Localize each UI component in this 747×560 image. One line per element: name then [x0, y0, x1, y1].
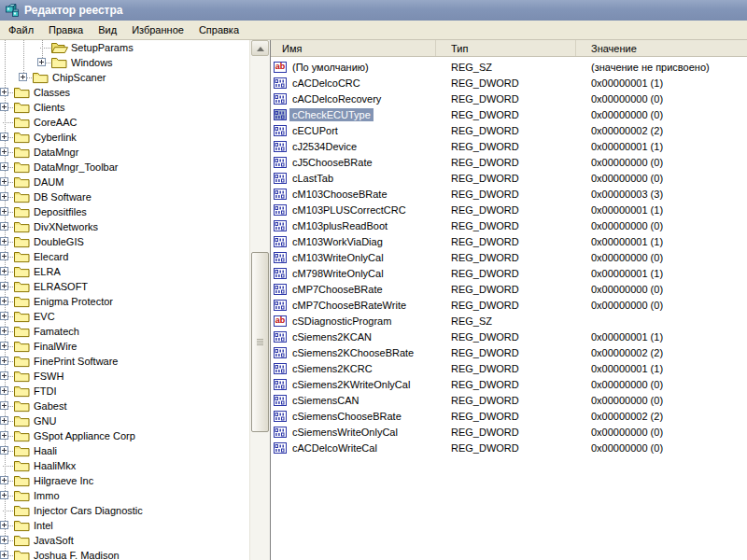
tree-item[interactable]: Immo [0, 488, 249, 503]
tree-item[interactable]: DAUM [0, 175, 249, 189]
list-row[interactable]: cSiemensCAN REG_DWORD 0x00000000 (0) [271, 392, 747, 408]
scrollbar-thumb[interactable] [251, 252, 269, 432]
tree-item[interactable]: Elecard [0, 249, 249, 264]
column-header-value[interactable]: Значение [576, 40, 747, 56]
expander-plus-icon[interactable] [0, 297, 8, 305]
expander-plus-icon[interactable] [0, 551, 8, 559]
menu-help[interactable]: Справка [191, 21, 247, 39]
list-row[interactable]: cM103plusReadBoot REG_DWORD 0x00000000 (… [271, 217, 747, 233]
expander-plus-icon[interactable] [0, 401, 8, 410]
list-row[interactable]: cSiemensChooseBRate REG_DWORD 0x00000002… [271, 408, 747, 424]
tree-item[interactable]: Injector Cars Diagnostic [0, 503, 249, 518]
list-row[interactable]: cSiemens2KCAN REG_DWORD 0x00000001 (1) [271, 329, 747, 344]
list-row[interactable]: cSiemensWriteOnlyCal REG_DWORD 0x0000000… [271, 424, 747, 440]
tree-item[interactable]: DoubleGIS [0, 234, 249, 249]
list-row[interactable]: cECUPort REG_DWORD 0x00000002 (2) [271, 122, 747, 138]
expander-plus-icon[interactable] [0, 162, 8, 171]
menu-view[interactable]: Вид [91, 21, 124, 39]
list-row[interactable]: cMP7ChooseBRate REG_DWORD 0x00000000 (0) [271, 281, 747, 297]
tree-item[interactable]: Famatech [0, 324, 249, 339]
tree-item[interactable]: Windows [0, 55, 249, 70]
tree-item[interactable]: FinalWire [0, 339, 249, 354]
tree-item[interactable]: Classes [0, 85, 249, 100]
column-header-name[interactable]: Имя [271, 40, 436, 56]
tree-item[interactable]: FSWH [0, 369, 249, 384]
tree-item[interactable]: Gabest [0, 399, 249, 413]
expander-plus-icon[interactable] [0, 282, 8, 290]
tree-item[interactable]: JavaSoft [0, 533, 249, 548]
column-header-type[interactable]: Тип [436, 40, 576, 56]
tree-item[interactable]: ELRASOFT [0, 279, 249, 294]
list-row[interactable]: ab (По умолчанию) REG_SZ (значение не пр… [271, 59, 747, 75]
tree-item[interactable]: DataMngr [0, 145, 249, 160]
tree-item[interactable]: Cyberlink [0, 130, 249, 145]
expander-plus-icon[interactable] [0, 371, 8, 380]
title-bar[interactable]: Редактор реестра [0, 0, 747, 21]
tree-item[interactable]: GSpot Appliance Corp [0, 428, 249, 443]
tree-item[interactable]: FTDI [0, 384, 249, 399]
expander-plus-icon[interactable] [0, 88, 8, 96]
list-row[interactable]: cACDelcoWriteCal REG_DWORD 0x00000000 (0… [271, 440, 747, 455]
tree-item[interactable]: Enigma Protector [0, 294, 249, 309]
list-row[interactable]: cM103WorkViaDiag REG_DWORD 0x00000001 (1… [271, 233, 747, 249]
expander-plus-icon[interactable] [0, 476, 8, 484]
expander-plus-icon[interactable] [19, 73, 27, 81]
tree-item[interactable]: DB Software [0, 189, 249, 204]
expander-plus-icon[interactable] [0, 431, 8, 440]
tree-item[interactable]: Hilgraeve Inc [0, 473, 249, 488]
expander-plus-icon[interactable] [0, 192, 8, 201]
expander-plus-icon[interactable] [0, 521, 8, 529]
tree-item[interactable]: Joshua F. Madison [0, 548, 249, 560]
expander-plus-icon[interactable] [0, 222, 8, 231]
expander-plus-icon[interactable] [0, 357, 8, 365]
list-row[interactable]: cSiemens2KCRC REG_DWORD 0x00000001 (1) [271, 360, 747, 376]
list-row[interactable]: cSiemens2KChooseBRate REG_DWORD 0x000000… [271, 344, 747, 360]
scrollbar-up-button[interactable] [251, 40, 269, 56]
expander-plus-icon[interactable] [0, 446, 8, 455]
menu-file[interactable]: Файл [1, 21, 41, 39]
tree-item[interactable]: DivXNetworks [0, 219, 249, 234]
tree-scrollbar[interactable] [249, 40, 270, 560]
expander-plus-icon[interactable] [0, 147, 8, 156]
list-row[interactable]: cACDelcoRecovery REG_DWORD 0x00000000 (0… [271, 91, 747, 106]
tree-item[interactable]: Depositfiles [0, 204, 249, 219]
expander-plus-icon[interactable] [0, 177, 8, 186]
tree-item[interactable]: GNU [0, 413, 249, 428]
expander-plus-icon[interactable] [0, 133, 8, 141]
expander-plus-icon[interactable] [0, 536, 8, 544]
menu-edit[interactable]: Правка [41, 21, 91, 39]
expander-plus-icon[interactable] [0, 237, 8, 245]
list-row[interactable]: cJ2534Device REG_DWORD 0x00000001 (1) [271, 138, 747, 154]
tree-item[interactable]: EVC [0, 309, 249, 324]
menu-favorites[interactable]: Избранное [124, 21, 191, 39]
expander-plus-icon[interactable] [0, 386, 8, 395]
expander-plus-icon[interactable] [0, 207, 8, 216]
expander-plus-icon[interactable] [0, 252, 8, 260]
expander-plus-icon[interactable] [0, 327, 8, 335]
list-row[interactable]: ab cSDiagnosticProgram REG_SZ [271, 313, 747, 329]
expander-plus-icon[interactable] [37, 58, 46, 66]
tree-item[interactable]: Haali [0, 443, 249, 458]
list-row[interactable]: cM103ChooseBRate REG_DWORD 0x00000003 (3… [271, 186, 747, 202]
tree-item[interactable]: HaaliMkx [0, 458, 249, 473]
expander-plus-icon[interactable] [0, 103, 8, 111]
list-row[interactable]: cM103WriteOnlyCal REG_DWORD 0x00000000 (… [271, 249, 747, 265]
tree-item[interactable]: Clients [0, 100, 249, 115]
list-row[interactable]: cMP7ChooseBRateWrite REG_DWORD 0x0000000… [271, 297, 747, 313]
tree-item[interactable]: ELRA [0, 264, 249, 279]
expander-plus-icon[interactable] [0, 267, 8, 275]
list-row[interactable]: cCheckECUType REG_DWORD 0x00000000 (0) [271, 106, 747, 122]
list-row[interactable]: cM103PLUSCorrectCRC REG_DWORD 0x00000001… [271, 202, 747, 217]
list-row[interactable]: cJ5ChooseBRate REG_DWORD 0x00000000 (0) [271, 154, 747, 170]
tree-item[interactable]: CoreAAC [0, 115, 249, 130]
expander-plus-icon[interactable] [0, 416, 8, 425]
expander-plus-icon[interactable] [0, 491, 8, 499]
tree-item[interactable]: FinePrint Software [0, 354, 249, 369]
tree-item[interactable]: SetupParams [0, 40, 249, 55]
list-row[interactable]: cSiemens2KWriteOnlyCal REG_DWORD 0x00000… [271, 376, 747, 392]
expander-plus-icon[interactable] [0, 312, 8, 320]
tree-item[interactable]: ChipScaner [0, 70, 249, 85]
expander-plus-icon[interactable] [0, 342, 8, 350]
tree-item[interactable]: DataMngr_Toolbar [0, 160, 249, 175]
list-row[interactable]: cM798WriteOnlyCal REG_DWORD 0x00000001 (… [271, 265, 747, 281]
